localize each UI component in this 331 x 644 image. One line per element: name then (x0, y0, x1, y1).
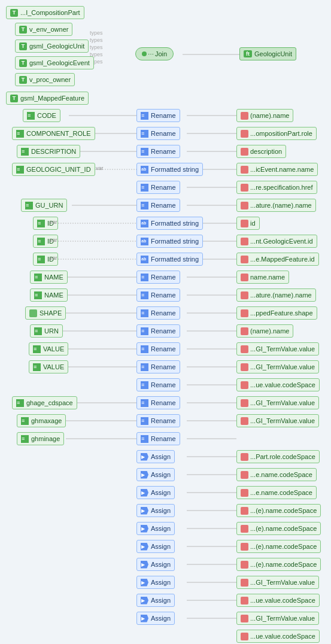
rename-value1[interactable]: Rename (136, 342, 180, 356)
shape-field: SHAPE (25, 306, 66, 320)
rename-name2[interactable]: Rename (136, 288, 180, 302)
gsmlmappedfeature-label: gsml_MappedFeature (20, 95, 84, 102)
assign-1[interactable]: Assign (136, 450, 175, 463)
assign-icon (141, 597, 148, 604)
table-icon: T (19, 76, 27, 84)
format-id1[interactable]: Formatted string (136, 217, 203, 230)
output-gi-termvalue-ghmin-label: ...GI_TermValue.value (250, 417, 315, 424)
value1-field: VALUE (29, 342, 68, 356)
table-icon: T (10, 9, 18, 17)
rename-icon (141, 327, 148, 335)
assign-3[interactable]: Assign (136, 486, 175, 499)
output-e-name-codespace4-label: ...(e).name.codeSpace (250, 525, 317, 532)
assign-10[interactable]: Assign (136, 612, 175, 625)
rename-description[interactable]: Rename (136, 145, 180, 158)
field-icon (21, 417, 29, 425)
compositionpart-table: T ...I_CompositionPart (6, 6, 84, 19)
ghminage-label: ghminage (31, 435, 60, 442)
assign-icon (141, 561, 148, 569)
rename-gu-urn[interactable]: Rename (136, 199, 180, 212)
rename-icon (141, 345, 148, 353)
rename-icon (141, 399, 148, 407)
output-geologic-event-name-label: ...icEvent.name.name (250, 166, 314, 173)
rename-component-role[interactable]: Rename (136, 127, 180, 140)
geologic-unit-id-field: GEOLOGIC_UNIT_ID (12, 163, 95, 176)
field-icon (25, 202, 33, 209)
field-icon (27, 112, 35, 120)
rename-ghminage[interactable]: Rename (136, 432, 180, 445)
output-part-role-codespace-label: ...Part.role.codeSpace (250, 453, 315, 460)
assign-2[interactable]: Assign (136, 468, 175, 481)
rename-icon (141, 309, 148, 317)
table-icon: T (19, 59, 27, 67)
rename-ghmaxage[interactable]: Rename (136, 414, 180, 427)
field-icon (21, 148, 29, 156)
ghmaxage-field: ghmaxage (17, 414, 66, 427)
rename-code[interactable]: Rename (136, 109, 180, 122)
svg-text:types: types (90, 30, 103, 36)
rename-shape[interactable]: Rename (136, 306, 180, 320)
geologicunit-label: GeologicUnit (254, 50, 292, 57)
urn-label: URN (44, 327, 59, 335)
rename-icon (141, 184, 148, 192)
join-node[interactable]: ⋯ Join (135, 47, 174, 60)
rename-icon (141, 381, 148, 389)
output-ue-value-codespace3: ...ue.value.codeSpace (236, 630, 320, 643)
output-desc-label: description (250, 148, 282, 155)
output-geologic-event-name: ...icEvent.name.name (236, 163, 318, 176)
output-e-mapped-feature: ...e.MappedFeature.id (236, 253, 319, 266)
output-e-name-codespace1-label: ...e.name.codeSpace (250, 471, 312, 478)
output-e-name-codespace5: ...(e).name.codeSpace (236, 540, 321, 553)
rename-icon (141, 417, 148, 425)
output-ue-value-codespace-label: ...ue.value.codeSpace (250, 381, 315, 388)
format-geologic-unit-id[interactable]: Formatted string (136, 163, 203, 176)
assign-5[interactable]: Assign (136, 522, 175, 535)
output-gi-termvalue-a9: ...GI_TermValue.value (236, 612, 319, 625)
output-gi-termvalue2-label: ...GI_TermValue.value (250, 363, 315, 370)
output-e-name-codespace1: ...e.name.codeSpace (236, 468, 317, 481)
output-e-name-codespace3: ...(e).name.codeSpace (236, 504, 321, 517)
output-composition-role: ...ompositionPart.role (236, 127, 317, 140)
vprocowner-table: T v_proc_owner (15, 73, 75, 86)
field-icon (34, 327, 42, 335)
output-name-name3-label: (name).name (250, 327, 289, 335)
assign-6[interactable]: Assign (136, 540, 175, 553)
assign-8[interactable]: Assign (136, 576, 175, 589)
output-gi-termvalue1: ...GI_TermValue.value (236, 342, 319, 356)
format-id2[interactable]: Formatted string (136, 235, 203, 248)
output-part-role-codespace: ...Part.role.codeSpace (236, 450, 320, 463)
field-icon (21, 435, 29, 443)
output-e-name-codespace6-label: ...(e).name.codeSpace (250, 561, 317, 568)
output-id-label: id (250, 220, 256, 227)
output-ppedfeature-shape-label: ...ppedFeature.shape (250, 309, 313, 317)
assign-4[interactable]: Assign (136, 504, 175, 517)
rename-icon (141, 148, 148, 156)
assign-icon (141, 453, 148, 461)
output-e-name-codespace3-label: ...(e).name.codeSpace (250, 507, 317, 514)
format-icon (141, 166, 148, 174)
output-name-name1: (name).name (236, 109, 293, 122)
value2-field: VALUE (29, 360, 68, 373)
name2-label: NAME (44, 291, 63, 299)
output-re-spec-label: ...re.specification.href (250, 184, 313, 191)
assign-icon (141, 507, 148, 515)
rename-urn[interactable]: Rename (136, 324, 180, 338)
geologicunit-output: ft GeologicUnit (239, 47, 296, 60)
rename-standalone1[interactable]: Rename (136, 181, 180, 194)
format-id3[interactable]: Formatted string (136, 253, 203, 266)
rename-blank1[interactable]: Rename (136, 378, 180, 391)
output-e-name-codespace2: ...e.name.codeSpace (236, 486, 317, 499)
ghminage-field: ghminage (17, 432, 64, 445)
urn-field: URN (30, 324, 63, 338)
rename-icon (141, 274, 148, 281)
assign-7[interactable]: Assign (136, 558, 175, 571)
format-icon (141, 256, 148, 263)
rename-icon (141, 202, 148, 209)
output-e-name-codespace6: ...(e).name.codeSpace (236, 558, 321, 571)
rename-name1[interactable]: Rename (136, 271, 180, 284)
rename-ghage-cdspace[interactable]: Rename (136, 396, 180, 409)
gsmlmappedfeature-table: T gsml_MappedFeature (6, 92, 89, 105)
assign-9[interactable]: Assign (136, 594, 175, 607)
rename-value2[interactable]: Rename (136, 360, 180, 373)
rename-icon (141, 363, 148, 371)
